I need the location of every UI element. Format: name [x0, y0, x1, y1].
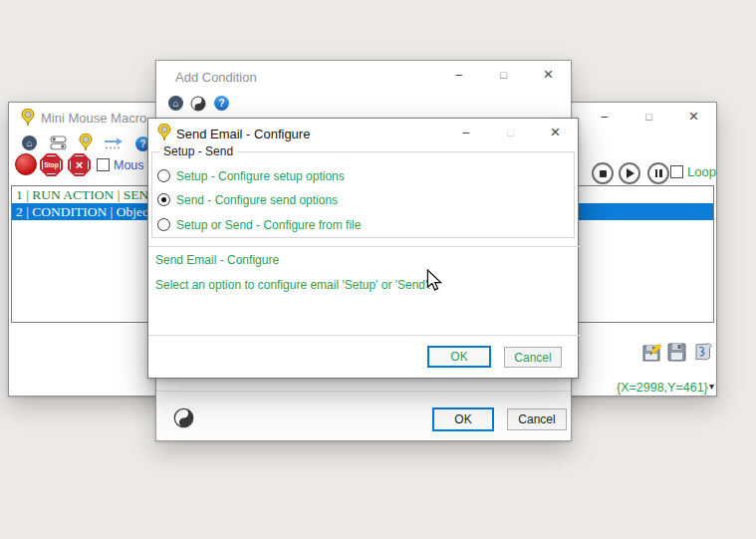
add-condition-title: Add Condition — [175, 70, 257, 85]
home-icon[interactable]: ⌂ — [22, 135, 37, 150]
radio-setup-or-send-file[interactable] — [157, 218, 170, 231]
groupbox-label: Setup - Send — [159, 144, 237, 158]
maximize-button[interactable]: □ — [481, 61, 526, 89]
help-icon[interactable]: ? — [214, 96, 229, 111]
minimize-button[interactable]: − — [443, 119, 488, 146]
mouse-checkbox[interactable] — [97, 158, 110, 171]
close-button[interactable]: × — [526, 61, 571, 89]
edit-macro-icon[interactable] — [641, 341, 664, 364]
radio-setup-or-send-file-label[interactable]: Setup or Send - Configure from file — [176, 218, 361, 232]
run-arrow-icon[interactable] — [104, 137, 124, 150]
add-condition-title-bar[interactable]: Add Condition − □ × — [156, 61, 571, 91]
ok-button[interactable]: OK — [427, 346, 491, 368]
cursor-coordinates-label: {X=2998,Y=461} — [617, 381, 708, 395]
mouse-cursor — [425, 269, 443, 291]
yin-yang-icon[interactable] — [190, 96, 206, 112]
maximize-button[interactable]: □ — [627, 103, 671, 131]
radio-setup-options-label[interactable]: Setup - Configure setup options — [176, 169, 345, 183]
stop-sign-button[interactable]: Stop — [40, 153, 63, 176]
maximize-button-disabled: □ — [488, 119, 533, 146]
macro-pin-icon[interactable] — [79, 134, 93, 151]
cancel-macro-button[interactable]: × — [68, 153, 91, 176]
minimize-button[interactable]: − — [582, 103, 627, 131]
send-email-title: Send Email - Configure — [176, 127, 310, 141]
record-button[interactable] — [15, 153, 37, 175]
profiles-toggle-icon[interactable] — [50, 135, 68, 150]
close-button[interactable]: × — [533, 119, 578, 146]
play-button[interactable] — [619, 162, 640, 184]
send-email-configure-dialog: Send Email - Configure − □ × Setup - Sen… — [147, 118, 579, 379]
coordinates-dropdown-caret[interactable]: ▾ — [709, 381, 714, 392]
app-pin-icon — [157, 124, 171, 141]
add-condition-footer: OK Cancel — [156, 391, 571, 440]
info-title: Send Email - Configure — [155, 253, 279, 267]
radio-setup-options[interactable] — [157, 169, 170, 182]
minimize-button[interactable]: − — [436, 61, 481, 89]
cancel-x-glyph: × — [76, 158, 84, 171]
stop-playback-button[interactable] — [592, 162, 614, 184]
save-macro-icon[interactable] — [666, 342, 687, 363]
cancel-button[interactable]: Cancel — [507, 408, 567, 430]
home-icon[interactable]: ⌂ — [168, 96, 183, 111]
loop-checkbox-label: Loop — [687, 164, 716, 179]
info-text: Select an option to configure email 'Set… — [155, 278, 431, 292]
loop-checkbox[interactable] — [670, 165, 683, 178]
yin-yang-icon — [173, 407, 194, 428]
divider — [148, 246, 580, 247]
desktop: Mini Mouse Macro − □ × ⌂ ? — [0, 0, 756, 539]
pause-button[interactable] — [647, 162, 669, 184]
cancel-button[interactable]: Cancel — [504, 347, 562, 368]
app-pin-icon — [21, 109, 35, 127]
script-icon[interactable] — [692, 342, 714, 363]
close-button[interactable]: × — [671, 103, 716, 131]
radio-send-options-label[interactable]: Send - Configure send options — [176, 193, 338, 207]
ok-button[interactable]: OK — [432, 407, 494, 431]
stop-sign-label: Stop — [44, 161, 58, 168]
radio-send-options[interactable] — [157, 193, 170, 206]
main-window-title: Mini Mouse Macro — [41, 111, 146, 126]
divider — [148, 335, 580, 336]
mouse-checkbox-label: Mous — [114, 158, 144, 172]
